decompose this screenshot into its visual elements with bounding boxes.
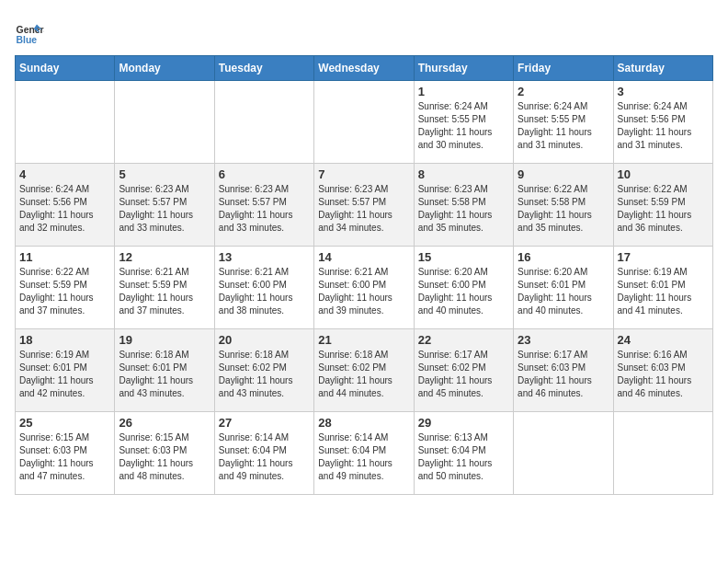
calendar-cell	[214, 81, 313, 164]
day-number: 18	[19, 333, 110, 347]
day-number: 27	[219, 416, 310, 430]
calendar-cell: 28Sunrise: 6:14 AMSunset: 6:04 PMDayligh…	[314, 412, 414, 495]
calendar-cell: 5Sunrise: 6:23 AMSunset: 5:57 PMDaylight…	[115, 164, 214, 247]
calendar-cell: 12Sunrise: 6:21 AMSunset: 5:59 PMDayligh…	[115, 247, 214, 329]
day-number: 1	[418, 85, 509, 98]
calendar-cell: 9Sunrise: 6:22 AMSunset: 5:58 PMDaylight…	[514, 164, 613, 247]
day-info: Sunrise: 6:17 AMSunset: 6:03 PMDaylight:…	[518, 349, 609, 400]
calendar-header-monday: Monday	[115, 56, 214, 81]
calendar-cell	[314, 81, 414, 164]
calendar-header-wednesday: Wednesday	[314, 56, 414, 81]
calendar-cell: 2Sunrise: 6:24 AMSunset: 5:55 PMDaylight…	[514, 81, 613, 164]
calendar-cell: 6Sunrise: 6:23 AMSunset: 5:57 PMDaylight…	[214, 164, 313, 247]
calendar-week-1: 1Sunrise: 6:24 AMSunset: 5:55 PMDaylight…	[16, 81, 713, 164]
day-info: Sunrise: 6:13 AMSunset: 6:04 PMDaylight:…	[418, 431, 509, 483]
calendar-cell: 14Sunrise: 6:21 AMSunset: 6:00 PMDayligh…	[314, 247, 414, 329]
calendar-cell: 26Sunrise: 6:15 AMSunset: 6:03 PMDayligh…	[115, 412, 214, 495]
calendar-cell	[514, 412, 613, 495]
day-number: 4	[19, 167, 110, 181]
day-info: Sunrise: 6:16 AMSunset: 6:03 PMDaylight:…	[618, 349, 709, 400]
day-number: 12	[119, 250, 210, 264]
calendar-cell: 27Sunrise: 6:14 AMSunset: 6:04 PMDayligh…	[214, 412, 313, 495]
day-number: 10	[618, 167, 709, 181]
calendar-cell: 4Sunrise: 6:24 AMSunset: 5:56 PMDaylight…	[16, 164, 115, 247]
calendar-cell: 8Sunrise: 6:23 AMSunset: 5:58 PMDaylight…	[414, 164, 513, 247]
calendar-week-3: 11Sunrise: 6:22 AMSunset: 5:59 PMDayligh…	[16, 247, 713, 329]
calendar-cell	[16, 81, 115, 164]
day-number: 17	[618, 250, 709, 264]
calendar-cell: 29Sunrise: 6:13 AMSunset: 6:04 PMDayligh…	[414, 412, 513, 495]
day-number: 14	[318, 250, 409, 264]
calendar-cell: 7Sunrise: 6:23 AMSunset: 5:57 PMDaylight…	[314, 164, 414, 247]
day-info: Sunrise: 6:20 AMSunset: 6:01 PMDaylight:…	[518, 266, 609, 317]
calendar-body: 1Sunrise: 6:24 AMSunset: 5:55 PMDaylight…	[16, 81, 713, 495]
day-number: 28	[318, 416, 409, 430]
day-number: 2	[518, 85, 609, 98]
day-number: 15	[418, 250, 509, 264]
day-info: Sunrise: 6:23 AMSunset: 5:57 PMDaylight:…	[119, 183, 210, 235]
day-info: Sunrise: 6:15 AMSunset: 6:03 PMDaylight:…	[119, 431, 210, 483]
calendar-cell: 23Sunrise: 6:17 AMSunset: 6:03 PMDayligh…	[514, 329, 613, 412]
day-info: Sunrise: 6:23 AMSunset: 5:57 PMDaylight:…	[318, 183, 409, 235]
day-number: 22	[418, 333, 509, 347]
day-info: Sunrise: 6:18 AMSunset: 6:02 PMDaylight:…	[219, 349, 310, 400]
day-info: Sunrise: 6:18 AMSunset: 6:02 PMDaylight:…	[318, 349, 409, 400]
calendar-cell: 16Sunrise: 6:20 AMSunset: 6:01 PMDayligh…	[514, 247, 613, 329]
day-info: Sunrise: 6:23 AMSunset: 5:57 PMDaylight:…	[219, 183, 310, 235]
day-number: 9	[518, 167, 609, 181]
calendar-header-friday: Friday	[514, 56, 613, 81]
day-info: Sunrise: 6:21 AMSunset: 6:00 PMDaylight:…	[318, 266, 409, 317]
calendar-cell	[115, 81, 214, 164]
day-number: 25	[19, 416, 110, 430]
calendar-cell: 22Sunrise: 6:17 AMSunset: 6:02 PMDayligh…	[414, 329, 513, 412]
day-info: Sunrise: 6:14 AMSunset: 6:04 PMDaylight:…	[219, 431, 310, 483]
calendar-header-row: SundayMondayTuesdayWednesdayThursdayFrid…	[16, 56, 713, 81]
calendar-header-sunday: Sunday	[16, 56, 115, 81]
day-number: 16	[518, 250, 609, 264]
calendar-cell: 11Sunrise: 6:22 AMSunset: 5:59 PMDayligh…	[16, 247, 115, 329]
calendar-week-2: 4Sunrise: 6:24 AMSunset: 5:56 PMDaylight…	[16, 164, 713, 247]
svg-text:Blue: Blue	[17, 35, 38, 45]
calendar-cell: 18Sunrise: 6:19 AMSunset: 6:01 PMDayligh…	[16, 329, 115, 412]
calendar-cell: 3Sunrise: 6:24 AMSunset: 5:56 PMDaylight…	[613, 81, 712, 164]
day-info: Sunrise: 6:22 AMSunset: 5:59 PMDaylight:…	[618, 183, 709, 235]
day-info: Sunrise: 6:21 AMSunset: 6:00 PMDaylight:…	[219, 266, 310, 317]
day-info: Sunrise: 6:20 AMSunset: 6:00 PMDaylight:…	[418, 266, 509, 317]
day-info: Sunrise: 6:19 AMSunset: 6:01 PMDaylight:…	[19, 349, 110, 400]
logo: General Blue	[15, 18, 44, 48]
calendar-header-thursday: Thursday	[414, 56, 513, 81]
calendar-cell: 24Sunrise: 6:16 AMSunset: 6:03 PMDayligh…	[613, 329, 712, 412]
day-number: 26	[119, 416, 210, 430]
calendar-week-4: 18Sunrise: 6:19 AMSunset: 6:01 PMDayligh…	[16, 329, 713, 412]
calendar-cell: 20Sunrise: 6:18 AMSunset: 6:02 PMDayligh…	[214, 329, 313, 412]
calendar-week-5: 25Sunrise: 6:15 AMSunset: 6:03 PMDayligh…	[16, 412, 713, 495]
day-info: Sunrise: 6:15 AMSunset: 6:03 PMDaylight:…	[19, 431, 110, 483]
calendar-cell: 17Sunrise: 6:19 AMSunset: 6:01 PMDayligh…	[613, 247, 712, 329]
day-info: Sunrise: 6:22 AMSunset: 5:59 PMDaylight:…	[19, 266, 110, 317]
day-number: 13	[219, 250, 310, 264]
day-info: Sunrise: 6:24 AMSunset: 5:56 PMDaylight:…	[618, 100, 709, 152]
day-info: Sunrise: 6:24 AMSunset: 5:55 PMDaylight:…	[418, 100, 509, 152]
day-info: Sunrise: 6:14 AMSunset: 6:04 PMDaylight:…	[318, 431, 409, 483]
day-info: Sunrise: 6:22 AMSunset: 5:58 PMDaylight:…	[518, 183, 609, 235]
day-number: 21	[318, 333, 409, 347]
day-info: Sunrise: 6:24 AMSunset: 5:55 PMDaylight:…	[518, 100, 609, 152]
calendar-cell: 25Sunrise: 6:15 AMSunset: 6:03 PMDayligh…	[16, 412, 115, 495]
calendar-cell: 10Sunrise: 6:22 AMSunset: 5:59 PMDayligh…	[613, 164, 712, 247]
day-number: 6	[219, 167, 310, 181]
day-info: Sunrise: 6:19 AMSunset: 6:01 PMDaylight:…	[618, 266, 709, 317]
day-number: 19	[119, 333, 210, 347]
day-info: Sunrise: 6:23 AMSunset: 5:58 PMDaylight:…	[418, 183, 509, 235]
calendar-table: SundayMondayTuesdayWednesdayThursdayFrid…	[15, 55, 713, 495]
day-number: 5	[119, 167, 210, 181]
page-header: General Blue	[15, 15, 713, 48]
day-info: Sunrise: 6:17 AMSunset: 6:02 PMDaylight:…	[418, 349, 509, 400]
calendar-header-tuesday: Tuesday	[214, 56, 313, 81]
day-info: Sunrise: 6:24 AMSunset: 5:56 PMDaylight:…	[19, 183, 110, 235]
day-number: 7	[318, 167, 409, 181]
calendar-cell: 15Sunrise: 6:20 AMSunset: 6:00 PMDayligh…	[414, 247, 513, 329]
day-number: 20	[219, 333, 310, 347]
day-number: 23	[518, 333, 609, 347]
calendar-header-saturday: Saturday	[613, 56, 712, 81]
calendar-cell: 19Sunrise: 6:18 AMSunset: 6:01 PMDayligh…	[115, 329, 214, 412]
